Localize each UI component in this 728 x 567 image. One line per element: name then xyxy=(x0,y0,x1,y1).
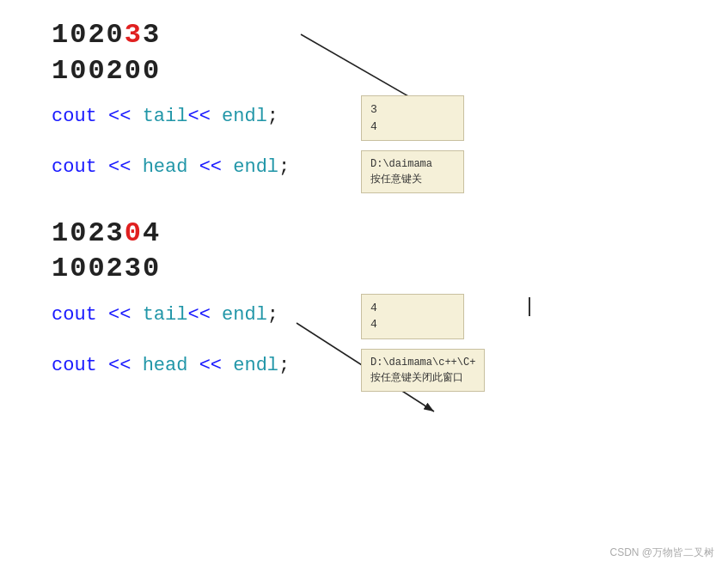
bottom-code-section: cout << tail << endl ; 4 4 cout << xyxy=(52,302,676,380)
cout-keyword-3: cout xyxy=(52,302,97,329)
bottom-code-line-1: cout << tail << endl ; 4 4 xyxy=(52,302,676,329)
endl-3: endl xyxy=(222,302,267,329)
top-section: 102033 100200 cout << tail << endl ; 3 4 xyxy=(52,17,676,181)
op-1a: << xyxy=(108,104,131,131)
bottom-tooltip-1: 4 4 xyxy=(361,294,464,339)
bottom-tooltip-1-line1: 4 xyxy=(370,300,455,317)
top-number-1: 102033 xyxy=(52,17,676,53)
top-tooltip-2-hint: 按任意键关 xyxy=(370,172,455,187)
endl-2: endl xyxy=(233,155,278,181)
op-4b: << xyxy=(199,353,222,380)
bottom-numbers: 102304 100230 xyxy=(52,216,676,287)
tail-var-1: tail xyxy=(143,104,188,131)
endl-4: endl xyxy=(233,353,278,380)
top-tooltip-1: 3 4 xyxy=(361,95,464,141)
endl-1: endl xyxy=(222,104,267,131)
cout-keyword-2: cout xyxy=(52,155,97,181)
op-3b: << xyxy=(187,302,210,329)
top-number-2: 100200 xyxy=(52,53,676,89)
cout-keyword-1: cout xyxy=(52,104,97,131)
tail-var-2: tail xyxy=(143,302,188,329)
bottom-number-2: 100230 xyxy=(52,251,676,287)
top-tooltip-1-line2: 4 xyxy=(370,119,455,136)
bottom-code-line-2: cout << head << endl ; D:\daimama\c++\C+… xyxy=(52,353,676,380)
op-1b: << xyxy=(187,104,210,131)
head-var-2: head xyxy=(143,353,188,380)
top-tooltip-1-line1: 3 xyxy=(370,101,455,119)
op-4a: << xyxy=(108,353,131,380)
bottom-section: 102304 100230 cout << tail << endl ; 4 xyxy=(52,216,676,380)
top-numbers: 102033 100200 xyxy=(52,17,676,88)
top-tooltip-2: D:\daimama 按任意键关 xyxy=(361,150,464,193)
top-code-line-1: cout << tail << endl ; 3 4 xyxy=(52,104,676,131)
cout-keyword-4: cout xyxy=(52,353,97,380)
bottom-tooltip-1-line2: 4 xyxy=(370,316,455,333)
bottom-tooltip-2-hint: 按任意键关闭此窗口 xyxy=(370,370,475,386)
top-code-section: cout << tail << endl ; 3 4 cout << xyxy=(52,104,676,181)
op-2a: << xyxy=(108,155,131,181)
top-code-line-2: cout << head << endl ; D:\daimama 按任意键关 xyxy=(52,155,676,181)
top-red-digit-1: 3 xyxy=(125,19,143,51)
bottom-number-1: 102304 xyxy=(52,216,676,252)
head-var-1: head xyxy=(143,155,188,181)
op-2b: << xyxy=(199,155,222,181)
bottom-tooltip-2: D:\daimama\c++\C+ 按任意键关闭此窗口 xyxy=(361,349,485,392)
bottom-red-digit-1: 0 xyxy=(125,217,143,249)
op-3a: << xyxy=(108,302,131,329)
top-tooltip-2-path: D:\daimama xyxy=(370,156,455,172)
bottom-tooltip-2-path: D:\daimama\c++\C+ xyxy=(370,355,475,370)
watermark: CSDN @万物皆二叉树 xyxy=(609,546,714,560)
